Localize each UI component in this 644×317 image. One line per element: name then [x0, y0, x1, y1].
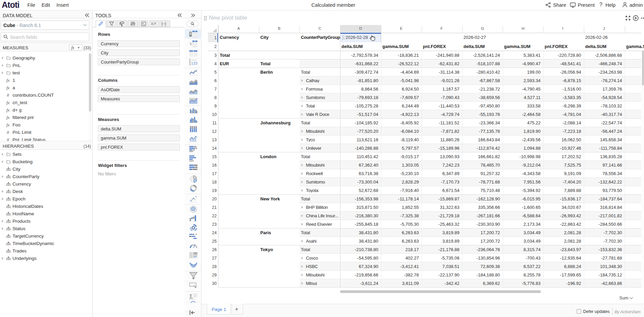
svg-text:'E: 'E: [189, 42, 192, 46]
svg-text:123: 123: [191, 61, 197, 65]
svg-text:T: T: [189, 293, 192, 298]
